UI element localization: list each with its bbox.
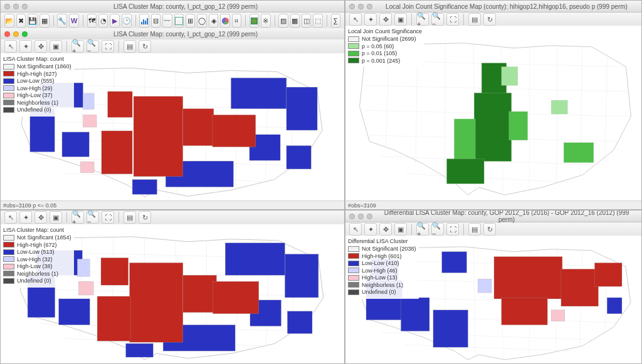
refresh-icon[interactable]: ↻ bbox=[483, 223, 496, 236]
extent-icon[interactable]: ▣ bbox=[50, 211, 62, 224]
animation-icon[interactable]: ▶ bbox=[110, 14, 119, 28]
regression-icon[interactable]: ∑ bbox=[331, 14, 340, 28]
min-dot-icon[interactable] bbox=[358, 214, 364, 219]
close-icon[interactable]: ✖ bbox=[16, 14, 26, 28]
cluster-icon[interactable] bbox=[250, 14, 259, 28]
identify-icon[interactable]: ✦ bbox=[364, 13, 377, 26]
cartogram-icon[interactable]: ◔ bbox=[98, 14, 108, 28]
svg-rect-12 bbox=[213, 115, 256, 147]
mac-titlebar[interactable]: LISA Cluster Map: county, I_pct_gop_12 (… bbox=[1, 1, 344, 13]
zoom-in-icon[interactable]: 🔍+ bbox=[416, 223, 429, 236]
extent-icon[interactable]: ▣ bbox=[394, 13, 407, 26]
refresh-icon[interactable]: ↻ bbox=[139, 211, 151, 224]
lisa-icon[interactable]: ▨ bbox=[278, 14, 288, 28]
bubble-icon[interactable]: ◯ bbox=[197, 14, 206, 28]
toolbar-separator bbox=[83, 15, 83, 26]
inner-toolbar: ↖✦✥▣🔍+🔍−⛶▤↻ bbox=[1, 39, 344, 54]
fit-icon[interactable]: ⛶ bbox=[102, 211, 114, 224]
join-icon[interactable]: ◫ bbox=[302, 14, 311, 28]
cchart-icon[interactable]: ⌗ bbox=[232, 14, 241, 28]
basemaps-icon[interactable]: ▤ bbox=[468, 13, 481, 26]
basemaps-icon[interactable]: ▤ bbox=[468, 223, 481, 236]
pointer-icon[interactable]: ↖ bbox=[349, 13, 362, 26]
pie-icon[interactable] bbox=[220, 14, 229, 28]
identify-icon[interactable]: ✦ bbox=[19, 40, 32, 53]
scatter-matrix-icon[interactable]: ⊞ bbox=[186, 14, 195, 28]
identify-icon[interactable]: ✦ bbox=[19, 211, 32, 224]
close-dot-icon[interactable] bbox=[349, 4, 355, 9]
pan-icon[interactable]: ✥ bbox=[34, 40, 47, 53]
rates-icon[interactable]: ⬚ bbox=[313, 14, 322, 28]
fit-icon[interactable]: ⛶ bbox=[446, 13, 459, 26]
fit-icon[interactable]: ⛶ bbox=[102, 40, 114, 53]
legend-row: Undefined (0) bbox=[348, 289, 416, 295]
close-dot-icon[interactable] bbox=[4, 4, 10, 9]
window-controls[interactable] bbox=[349, 214, 372, 219]
pan-icon[interactable]: ✥ bbox=[379, 223, 392, 236]
window-controls[interactable] bbox=[4, 4, 28, 9]
pan-icon[interactable]: ✥ bbox=[34, 211, 47, 224]
extent-icon[interactable]: ▣ bbox=[394, 223, 407, 236]
pan-icon[interactable]: ✥ bbox=[379, 13, 392, 26]
histogram-icon[interactable] bbox=[139, 14, 149, 28]
legend-swatch bbox=[348, 36, 359, 42]
zoom-out-icon[interactable]: 🔍− bbox=[87, 211, 99, 224]
zoom-out-icon[interactable]: 🔍− bbox=[431, 223, 444, 236]
max-dot-icon[interactable] bbox=[367, 214, 372, 219]
legend-swatch bbox=[348, 253, 359, 259]
getis-icon[interactable]: ▩ bbox=[290, 14, 300, 28]
scatter-icon[interactable] bbox=[174, 14, 184, 28]
map-canvas[interactable]: Differential LISA ClusterNot Significant… bbox=[345, 236, 641, 363]
legend-swatch bbox=[3, 256, 14, 262]
open-icon[interactable]: 📂 bbox=[4, 14, 14, 28]
refresh-icon[interactable]: ↻ bbox=[483, 13, 496, 26]
zoom-in-icon[interactable]: 🔍+ bbox=[71, 211, 84, 224]
close-dot-icon[interactable] bbox=[4, 31, 10, 37]
basemaps-icon[interactable]: ▤ bbox=[124, 40, 136, 53]
legend-label: Low-Low (555) bbox=[17, 78, 55, 84]
refresh-icon[interactable]: ↻ bbox=[139, 40, 151, 53]
max-dot-icon[interactable] bbox=[22, 4, 28, 9]
max-dot-icon[interactable] bbox=[367, 4, 372, 9]
window-controls[interactable] bbox=[349, 4, 372, 9]
zoom-out-icon[interactable]: 🔍− bbox=[431, 13, 444, 26]
table-icon[interactable]: ▦ bbox=[39, 14, 49, 28]
map-icon[interactable]: 🗺 bbox=[87, 14, 97, 28]
map-canvas[interactable]: LISA Cluster Map: countNot Significant (… bbox=[1, 224, 344, 363]
close-dot-icon[interactable] bbox=[349, 214, 355, 219]
legend-swatch bbox=[3, 64, 14, 70]
max-dot-icon[interactable] bbox=[22, 31, 28, 37]
pointer-icon[interactable]: ↖ bbox=[349, 223, 362, 236]
zoom-in-icon[interactable]: 🔍+ bbox=[71, 40, 84, 53]
save-icon[interactable]: 💾 bbox=[28, 14, 38, 28]
3d-icon[interactable]: ◈ bbox=[209, 14, 218, 28]
basemaps-icon[interactable]: ▤ bbox=[124, 211, 136, 224]
extent-icon[interactable]: ▣ bbox=[50, 40, 62, 53]
fit-icon[interactable]: ⛶ bbox=[446, 223, 459, 236]
pointer-icon[interactable]: ↖ bbox=[4, 211, 17, 224]
map-canvas[interactable]: Local Join Count SignificanceNot Signifi… bbox=[345, 26, 641, 201]
pointer-icon[interactable]: ↖ bbox=[4, 40, 17, 53]
boxplot-icon[interactable]: ⊟ bbox=[151, 14, 160, 28]
mac-titlebar[interactable]: Local Join Count Significance Map (count… bbox=[345, 1, 641, 13]
identify-icon[interactable]: ✦ bbox=[364, 223, 377, 236]
min-dot-icon[interactable] bbox=[358, 4, 364, 9]
inner-titlebar[interactable]: LISA Cluster Map: county, I_pct_gop_12 (… bbox=[1, 28, 344, 40]
tools-icon[interactable]: 🔧 bbox=[57, 14, 67, 28]
zoom-in-icon[interactable]: 🔍+ bbox=[416, 13, 429, 26]
pcp-icon[interactable]: 〰 bbox=[162, 14, 172, 28]
min-dot-icon[interactable] bbox=[13, 4, 19, 9]
svg-rect-45 bbox=[442, 252, 467, 273]
min-dot-icon[interactable] bbox=[13, 31, 19, 37]
legend: LISA Cluster Map: countNot Significant (… bbox=[1, 224, 74, 288]
inner-window-controls[interactable] bbox=[4, 31, 28, 37]
time-icon[interactable]: 🕑 bbox=[122, 14, 132, 28]
legend-label: Not Significant (2038) bbox=[362, 246, 416, 252]
weights-icon[interactable]: W bbox=[69, 14, 78, 28]
zoom-out-icon[interactable]: 🔍− bbox=[87, 40, 99, 53]
mac-titlebar[interactable]: Differential LISA Cluster Map: county, G… bbox=[345, 211, 641, 222]
map-canvas[interactable]: LISA Cluster Map: countNot Significant (… bbox=[1, 53, 344, 201]
legend-label: Undefined (0) bbox=[362, 289, 396, 295]
moran-icon[interactable]: ※ bbox=[261, 14, 270, 28]
svg-rect-9 bbox=[108, 91, 132, 117]
